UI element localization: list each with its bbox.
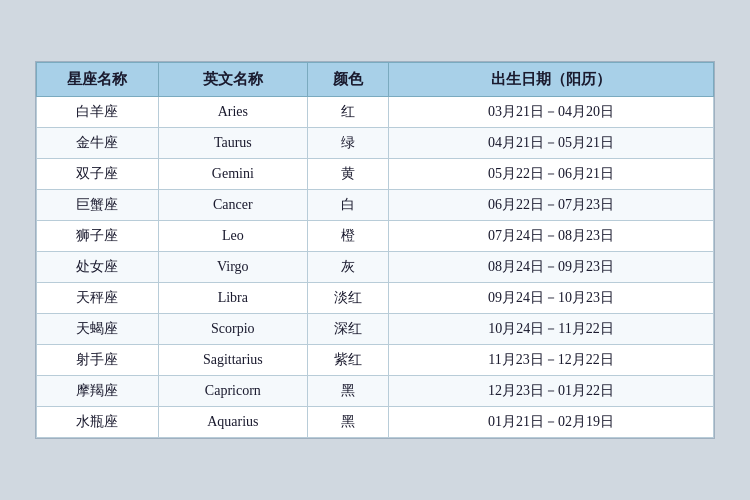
cell-r3-c0: 巨蟹座 (37, 190, 159, 221)
table-row: 狮子座Leo橙07月24日－08月23日 (37, 221, 714, 252)
cell-r8-c1: Sagittarius (158, 345, 307, 376)
cell-r2-c2: 黄 (307, 159, 388, 190)
cell-r8-c2: 紫红 (307, 345, 388, 376)
header-date: 出生日期（阳历） (389, 63, 714, 97)
header-english: 英文名称 (158, 63, 307, 97)
cell-r9-c3: 12月23日－01月22日 (389, 376, 714, 407)
table-row: 双子座Gemini黄05月22日－06月21日 (37, 159, 714, 190)
cell-r4-c2: 橙 (307, 221, 388, 252)
zodiac-table: 星座名称 英文名称 颜色 出生日期（阳历） 白羊座Aries红03月21日－04… (36, 62, 714, 438)
cell-r0-c0: 白羊座 (37, 97, 159, 128)
cell-r0-c3: 03月21日－04月20日 (389, 97, 714, 128)
cell-r9-c2: 黑 (307, 376, 388, 407)
table-row: 巨蟹座Cancer白06月22日－07月23日 (37, 190, 714, 221)
cell-r1-c0: 金牛座 (37, 128, 159, 159)
cell-r3-c2: 白 (307, 190, 388, 221)
cell-r2-c0: 双子座 (37, 159, 159, 190)
cell-r0-c1: Aries (158, 97, 307, 128)
cell-r8-c0: 射手座 (37, 345, 159, 376)
cell-r3-c3: 06月22日－07月23日 (389, 190, 714, 221)
cell-r7-c1: Scorpio (158, 314, 307, 345)
cell-r4-c0: 狮子座 (37, 221, 159, 252)
table-row: 水瓶座Aquarius黑01月21日－02月19日 (37, 407, 714, 438)
cell-r10-c0: 水瓶座 (37, 407, 159, 438)
cell-r5-c0: 处女座 (37, 252, 159, 283)
cell-r5-c2: 灰 (307, 252, 388, 283)
cell-r2-c3: 05月22日－06月21日 (389, 159, 714, 190)
cell-r6-c3: 09月24日－10月23日 (389, 283, 714, 314)
cell-r3-c1: Cancer (158, 190, 307, 221)
cell-r7-c2: 深红 (307, 314, 388, 345)
cell-r1-c3: 04月21日－05月21日 (389, 128, 714, 159)
zodiac-table-container: 星座名称 英文名称 颜色 出生日期（阳历） 白羊座Aries红03月21日－04… (35, 61, 715, 439)
cell-r1-c1: Taurus (158, 128, 307, 159)
cell-r10-c1: Aquarius (158, 407, 307, 438)
cell-r8-c3: 11月23日－12月22日 (389, 345, 714, 376)
cell-r9-c0: 摩羯座 (37, 376, 159, 407)
table-row: 射手座Sagittarius紫红11月23日－12月22日 (37, 345, 714, 376)
table-row: 天秤座Libra淡红09月24日－10月23日 (37, 283, 714, 314)
header-color: 颜色 (307, 63, 388, 97)
cell-r9-c1: Capricorn (158, 376, 307, 407)
cell-r10-c2: 黑 (307, 407, 388, 438)
header-chinese: 星座名称 (37, 63, 159, 97)
table-row: 白羊座Aries红03月21日－04月20日 (37, 97, 714, 128)
cell-r7-c0: 天蝎座 (37, 314, 159, 345)
table-row: 天蝎座Scorpio深红10月24日－11月22日 (37, 314, 714, 345)
cell-r4-c1: Leo (158, 221, 307, 252)
table-body: 白羊座Aries红03月21日－04月20日金牛座Taurus绿04月21日－0… (37, 97, 714, 438)
table-row: 金牛座Taurus绿04月21日－05月21日 (37, 128, 714, 159)
cell-r6-c2: 淡红 (307, 283, 388, 314)
cell-r7-c3: 10月24日－11月22日 (389, 314, 714, 345)
cell-r10-c3: 01月21日－02月19日 (389, 407, 714, 438)
cell-r6-c1: Libra (158, 283, 307, 314)
table-row: 处女座Virgo灰08月24日－09月23日 (37, 252, 714, 283)
cell-r5-c3: 08月24日－09月23日 (389, 252, 714, 283)
cell-r0-c2: 红 (307, 97, 388, 128)
table-header-row: 星座名称 英文名称 颜色 出生日期（阳历） (37, 63, 714, 97)
cell-r6-c0: 天秤座 (37, 283, 159, 314)
cell-r4-c3: 07月24日－08月23日 (389, 221, 714, 252)
table-row: 摩羯座Capricorn黑12月23日－01月22日 (37, 376, 714, 407)
cell-r1-c2: 绿 (307, 128, 388, 159)
cell-r2-c1: Gemini (158, 159, 307, 190)
cell-r5-c1: Virgo (158, 252, 307, 283)
